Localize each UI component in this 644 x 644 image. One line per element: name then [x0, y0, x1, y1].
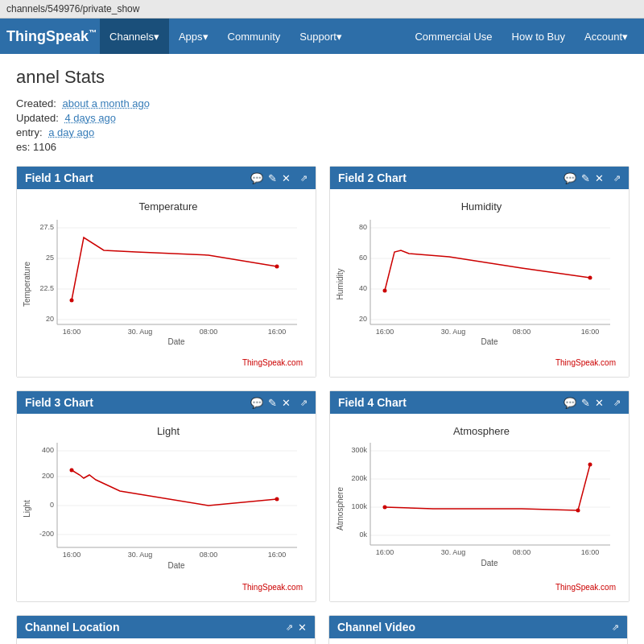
svg-text:08:00: 08:00: [513, 328, 531, 336]
svg-text:25: 25: [46, 254, 54, 262]
svg-text:08:00: 08:00: [513, 548, 531, 556]
field2-close-icon[interactable]: ✕: [595, 172, 604, 184]
field2-expand-icon[interactable]: ⇗: [613, 173, 621, 184]
channel-video-header: Channel Video ⇗: [329, 616, 627, 638]
stat-entries-value: 1106: [33, 141, 56, 153]
field4-svg: Atmosphere Atmosphere 300k 200k 100k 0k …: [336, 420, 622, 581]
channel-video-card: Channel Video ⇗: [328, 615, 628, 644]
svg-point-75: [576, 509, 580, 513]
field1-chart-title: Field 1 Chart: [25, 171, 93, 184]
field1-thingspeak-label: ThingSpeak.com: [23, 357, 309, 370]
svg-text:400: 400: [42, 446, 54, 454]
channel-location-header: Channel Location ⇗ ✕: [17, 616, 315, 638]
field1-svg: Temperature Temperature 27.5 25 22.5 20: [23, 196, 309, 357]
svg-text:Light: Light: [157, 425, 180, 437]
svg-point-56: [275, 497, 279, 502]
nav-commercial-use[interactable]: Commercial Use: [405, 19, 502, 54]
svg-text:16:00: 16:00: [581, 548, 600, 556]
channels-dropdown-icon: ▾: [154, 31, 159, 43]
page-title: annel Stats: [16, 67, 628, 88]
field3-svg: Light Light 400 200 0 -200 16:00 30. Aug…: [23, 420, 309, 581]
field1-comment-icon[interactable]: 💬: [250, 172, 263, 184]
page-content: annel Stats Created: about a month ago U…: [0, 54, 644, 644]
channel-location-close-icon[interactable]: ✕: [298, 621, 307, 634]
field1-chart-body: Temperature Temperature 27.5 25 22.5 20: [17, 189, 316, 377]
field2-chart-header: Field 2 Chart 💬 ✎ ✕ ⇗: [330, 167, 629, 189]
svg-text:100k: 100k: [351, 502, 367, 510]
field3-chart-card: Field 3 Chart 💬 ✎ ✕ ⇗ Light Light 400 20…: [16, 390, 316, 602]
svg-text:Date: Date: [481, 559, 498, 568]
field1-edit-icon[interactable]: ✎: [268, 172, 277, 184]
nav-community[interactable]: Community: [218, 19, 291, 54]
svg-text:16:00: 16:00: [268, 551, 287, 559]
stat-last-entry-value[interactable]: a day ago: [48, 126, 94, 138]
bottom-cards-grid: Channel Location ⇗ ✕ Channel Video ⇗: [16, 615, 628, 644]
svg-text:300k: 300k: [351, 446, 367, 454]
svg-text:Temperature: Temperature: [23, 261, 31, 307]
svg-text:16:00: 16:00: [376, 328, 394, 336]
field2-edit-icon[interactable]: ✎: [581, 172, 590, 184]
field2-thingspeak-label: ThingSpeak.com: [336, 357, 622, 370]
field3-comment-icon[interactable]: 💬: [250, 397, 263, 409]
field3-close-icon[interactable]: ✕: [282, 397, 291, 409]
field3-chart-actions: 💬 ✎ ✕ ⇗: [250, 397, 308, 409]
svg-text:80: 80: [359, 223, 367, 231]
nav-how-to-buy[interactable]: How to Buy: [502, 19, 575, 54]
field4-chart-actions: 💬 ✎ ✕ ⇗: [564, 397, 621, 409]
stat-created-value[interactable]: about a month ago: [63, 97, 150, 109]
stat-last-entry: entry: a day ago: [16, 126, 628, 138]
svg-text:0k: 0k: [359, 530, 367, 539]
field1-chart-header: Field 1 Chart 💬 ✎ ✕ ⇗: [17, 167, 316, 189]
channel-location-actions: ⇗ ✕: [286, 621, 307, 634]
field2-chart-actions: 💬 ✎ ✕ ⇗: [564, 172, 621, 184]
support-dropdown-icon: ▾: [336, 31, 342, 43]
field4-thingspeak-label: ThingSpeak.com: [336, 581, 622, 595]
field4-edit-icon[interactable]: ✎: [581, 397, 590, 409]
stat-created-label: Created:: [16, 97, 56, 109]
field4-close-icon[interactable]: ✕: [595, 397, 604, 409]
field3-expand-icon[interactable]: ⇗: [300, 398, 308, 408]
field3-thingspeak-label: ThingSpeak.com: [23, 581, 309, 595]
svg-text:16:00: 16:00: [63, 551, 81, 559]
field4-comment-icon[interactable]: 💬: [564, 397, 576, 409]
channel-video-actions: ⇗: [612, 622, 619, 633]
field3-chart-body: Light Light 400 200 0 -200 16:00 30. Aug…: [17, 414, 316, 601]
brand-logo[interactable]: ThingSpeak™: [6, 28, 97, 45]
svg-point-18: [275, 265, 279, 269]
field4-chart-header: Field 4 Chart 💬 ✎ ✕ ⇗: [330, 391, 629, 414]
channel-location-expand-icon[interactable]: ⇗: [286, 622, 293, 633]
field1-expand-icon[interactable]: ⇗: [300, 173, 308, 184]
svg-text:Atmosphere: Atmosphere: [336, 487, 345, 530]
field4-chart-title: Field 4 Chart: [338, 396, 407, 409]
svg-text:-200: -200: [39, 530, 54, 538]
svg-text:16:00: 16:00: [376, 548, 394, 556]
nav-apps[interactable]: Apps ▾: [169, 19, 218, 54]
svg-point-37: [588, 276, 592, 280]
svg-text:200k: 200k: [351, 474, 367, 482]
field3-edit-icon[interactable]: ✎: [268, 397, 277, 409]
svg-text:30. Aug: 30. Aug: [441, 548, 466, 556]
field2-comment-icon[interactable]: 💬: [564, 172, 576, 184]
svg-text:Atmosphere: Atmosphere: [453, 425, 510, 437]
nav-account[interactable]: Account ▾: [575, 19, 638, 54]
navbar: ThingSpeak™ Channels ▾ Apps ▾ Community …: [0, 19, 644, 54]
stat-entries-label: es:: [16, 141, 33, 153]
channel-location-title: Channel Location: [25, 621, 119, 634]
svg-point-36: [383, 289, 387, 293]
browser-address-bar: channels/549976/private_show: [0, 0, 644, 19]
svg-text:40: 40: [359, 284, 367, 292]
stat-updated-value[interactable]: 4 days ago: [64, 112, 116, 124]
svg-text:08:00: 08:00: [200, 551, 218, 559]
svg-text:Humidity: Humidity: [461, 200, 502, 213]
svg-text:20: 20: [46, 315, 54, 323]
field4-chart-card: Field 4 Chart 💬 ✎ ✕ ⇗ Atmosphere Atmosph…: [329, 390, 630, 602]
svg-text:Date: Date: [481, 337, 498, 346]
field3-chart-title: Field 3 Chart: [25, 396, 93, 409]
svg-text:200: 200: [42, 472, 54, 480]
field4-expand-icon[interactable]: ⇗: [613, 398, 621, 408]
channel-video-expand-icon[interactable]: ⇗: [612, 622, 619, 633]
svg-text:Humidity: Humidity: [336, 269, 345, 300]
nav-support[interactable]: Support ▾: [290, 19, 352, 54]
nav-channels[interactable]: Channels ▾: [100, 19, 169, 54]
field1-close-icon[interactable]: ✕: [282, 172, 291, 184]
